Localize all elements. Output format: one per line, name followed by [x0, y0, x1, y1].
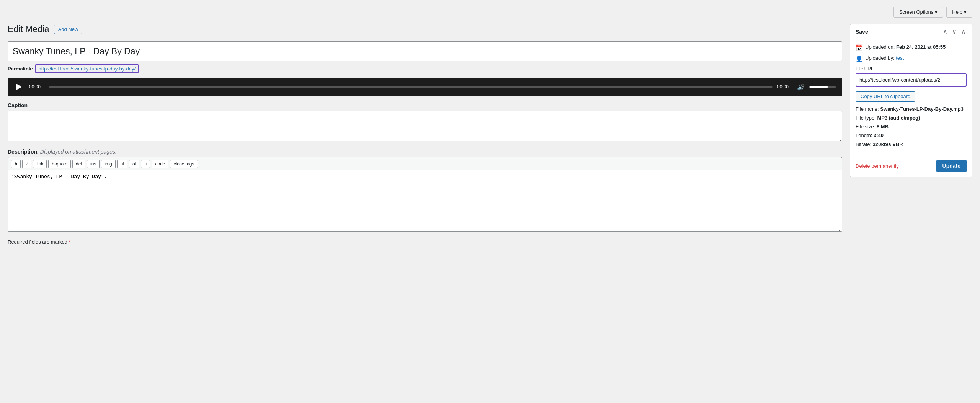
- file-name-label: File name:: [856, 106, 879, 112]
- description-textarea[interactable]: "Swanky Tunes, LP - Day By Day".: [8, 170, 842, 232]
- length-value: 3:40: [874, 133, 884, 138]
- content-area: Edit Media Add New Permalink: http://tes…: [8, 24, 842, 245]
- file-name-row: File name: Swanky-Tunes-LP-Day-By-Day.mp…: [856, 106, 967, 112]
- uploaded-on-row: 📅 Uploaded on: Feb 24, 2021 at 05:55: [856, 44, 967, 51]
- description-label: Description: Displayed on attachment pag…: [8, 149, 842, 155]
- uploaded-by-link[interactable]: test: [896, 55, 904, 61]
- file-size-value: 8 MB: [877, 124, 889, 129]
- volume-bar-fill: [809, 86, 828, 88]
- toolbar-btn-bquote[interactable]: b-quote: [48, 160, 71, 168]
- toolbar-btn-close-tags[interactable]: close tags: [170, 160, 198, 168]
- save-metabox-title: Save: [856, 29, 868, 35]
- permalink-row: Permalink: http://test.local/swanky-tune…: [8, 64, 842, 73]
- bitrate-value: 320kb/s VBR: [873, 141, 903, 147]
- metabox-expand-btn[interactable]: ∨: [951, 28, 957, 35]
- description-label-strong: Description: [8, 149, 37, 155]
- toolbar-btn-i[interactable]: i: [22, 160, 31, 168]
- required-note-text: Required fields are marked: [8, 239, 67, 245]
- uploaded-by-row: 👤 Uploaded by: test: [856, 55, 967, 62]
- uploaded-on-label: Uploaded on:: [865, 44, 895, 50]
- play-icon: [16, 84, 22, 90]
- file-url-input-wrap: [856, 73, 967, 87]
- screen-options-button[interactable]: Screen Options ▾: [893, 7, 944, 18]
- delete-permanently-link[interactable]: Delete permanently: [856, 163, 899, 169]
- length-label: Length:: [856, 133, 872, 138]
- toolbar-btn-ol[interactable]: ol: [129, 160, 139, 168]
- top-bar: Screen Options ▾ Help ▾: [0, 0, 980, 24]
- uploaded-on-value: Feb 24, 2021 at 05:55: [896, 44, 946, 50]
- file-url-section: File URL:: [856, 66, 967, 87]
- bitrate-label: Bitrate:: [856, 141, 871, 147]
- screen-options-label: Screen Options: [899, 9, 934, 15]
- help-chevron-icon: ▾: [964, 9, 967, 15]
- caption-label: Caption: [8, 102, 842, 108]
- required-star: *: [69, 239, 71, 245]
- main-wrap: Edit Media Add New Permalink: http://tes…: [0, 24, 980, 252]
- metabox-toggle-btn[interactable]: ∧: [960, 28, 967, 35]
- caption-section: Caption: [8, 102, 842, 143]
- toolbar-btn-del[interactable]: del: [72, 160, 85, 168]
- toolbar-btn-b[interactable]: b: [11, 160, 21, 168]
- file-url-input[interactable]: [856, 75, 966, 85]
- calendar-icon: 📅: [856, 44, 863, 51]
- file-size-row: File size: 8 MB: [856, 124, 967, 129]
- volume-bar[interactable]: [809, 86, 836, 88]
- file-type-label: File type:: [856, 115, 876, 121]
- uploaded-by-text: Uploaded by: test: [865, 55, 904, 61]
- toolbar-btn-li[interactable]: li: [141, 160, 150, 168]
- update-button[interactable]: Update: [936, 160, 967, 172]
- description-label-note: : Displayed on attachment pages.: [37, 149, 117, 155]
- metabox-collapse-btn[interactable]: ∧: [942, 28, 948, 35]
- file-size-label: File size:: [856, 124, 875, 129]
- save-metabox-body: 📅 Uploaded on: Feb 24, 2021 at 05:55 👤 U…: [850, 39, 972, 155]
- play-button[interactable]: [14, 82, 24, 92]
- sidebar: Save ∧ ∨ ∧ 📅 Uploaded on: Feb 24, 2021 a…: [850, 24, 972, 183]
- copy-url-button[interactable]: Copy URL to clipboard: [856, 91, 915, 102]
- audio-player: 00:00 00:00 🔊: [8, 78, 842, 96]
- toolbar-btn-code[interactable]: code: [152, 160, 168, 168]
- bitrate-row: Bitrate: 320kb/s VBR: [856, 141, 967, 147]
- help-label: Help: [952, 9, 962, 15]
- permalink-link[interactable]: http://test.local/swanky-tunes-lp-day-by…: [38, 66, 136, 72]
- time-start-label: 00:00: [29, 84, 44, 90]
- post-title-input[interactable]: [8, 41, 842, 62]
- person-icon: 👤: [856, 56, 863, 62]
- toolbar-btn-ul[interactable]: ul: [117, 160, 127, 168]
- permalink-link-wrap: http://test.local/swanky-tunes-lp-day-by…: [35, 64, 139, 73]
- page-header: Edit Media Add New: [8, 24, 842, 35]
- file-url-label: File URL:: [856, 66, 967, 72]
- page-title: Edit Media: [8, 24, 49, 35]
- help-button[interactable]: Help ▾: [946, 7, 972, 18]
- metabox-controls: ∧ ∨ ∧: [942, 28, 967, 35]
- description-section: Description: Displayed on attachment pag…: [8, 149, 842, 233]
- toolbar-btn-link[interactable]: link: [33, 160, 47, 168]
- file-name-value: Swanky-Tunes-LP-Day-By-Day.mp3: [880, 106, 964, 112]
- toolbar-btn-img[interactable]: img: [101, 160, 115, 168]
- volume-icon[interactable]: 🔊: [797, 84, 805, 91]
- screen-options-chevron-icon: ▾: [935, 9, 938, 15]
- save-metabox-footer: Delete permanently Update: [850, 155, 972, 177]
- uploaded-on-text: Uploaded on: Feb 24, 2021 at 05:55: [865, 44, 946, 50]
- time-end-label: 00:00: [777, 84, 792, 90]
- progress-bar[interactable]: [49, 86, 773, 88]
- uploaded-by-label: Uploaded by:: [865, 55, 895, 61]
- permalink-label: Permalink:: [8, 66, 33, 72]
- file-type-row: File type: MP3 (audio/mpeg): [856, 115, 967, 121]
- add-new-button[interactable]: Add New: [54, 25, 83, 34]
- caption-textarea[interactable]: [8, 111, 842, 141]
- editor-toolbar: b i link b-quote del ins img ul ol li co…: [8, 157, 842, 170]
- file-type-value: MP3 (audio/mpeg): [877, 115, 920, 121]
- save-metabox: Save ∧ ∨ ∧ 📅 Uploaded on: Feb 24, 2021 a…: [850, 24, 972, 177]
- toolbar-btn-ins[interactable]: ins: [87, 160, 100, 168]
- length-row: Length: 3:40: [856, 133, 967, 138]
- required-note: Required fields are marked *: [8, 239, 842, 245]
- save-metabox-header: Save ∧ ∨ ∧: [850, 24, 972, 39]
